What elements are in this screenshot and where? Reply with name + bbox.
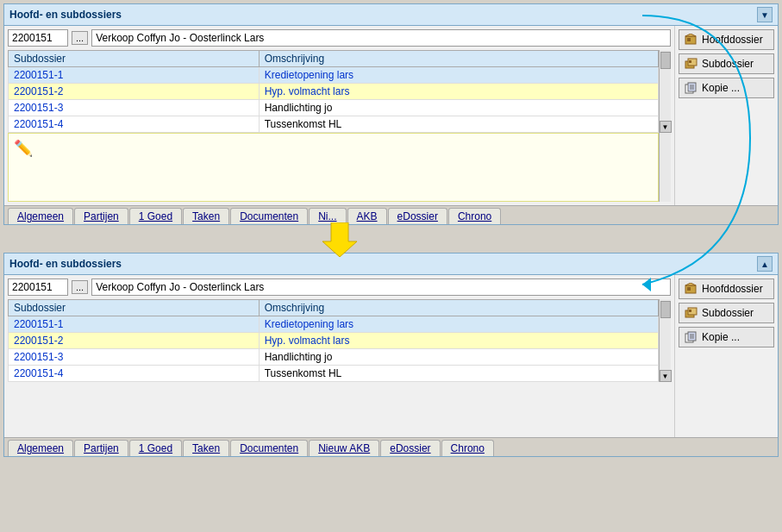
table-row[interactable]: 2200151-2Hyp. volmacht lars: [9, 84, 659, 100]
table-row[interactable]: 2200151-1Kredietopening lars: [9, 316, 659, 333]
scrollbar-thumb-2[interactable]: [660, 301, 671, 318]
tab-edossier[interactable]: eDossier: [388, 208, 447, 224]
subdossier-table-1: Subdossier Omschrijving 2200151-1Krediet…: [8, 50, 659, 133]
svg-marker-1: [685, 34, 696, 36]
panel-1-content: ... Subdossier Omschrijving: [4, 26, 778, 205]
subdossier-btn-1[interactable]: Subdossier: [679, 53, 774, 74]
note-scrollbar-1[interactable]: [659, 133, 671, 202]
down-arrow: [322, 222, 357, 260]
main-container: Hoofd- en subdossiers ▼ ...: [0, 0, 782, 462]
tab-partijen[interactable]: Partijen: [74, 440, 128, 456]
svg-rect-17: [689, 310, 691, 312]
tab-1-goed[interactable]: 1 Goed: [129, 440, 182, 456]
panel-2-right: Hoofddossier Subdossier Kopie ...: [674, 275, 778, 437]
subdossier-cell: 2200151-2: [9, 333, 260, 349]
scrollbar-down-1[interactable]: ▼: [660, 121, 672, 133]
subdossier-cell: 2200151-2: [9, 84, 260, 100]
ellipsis-btn-2[interactable]: ...: [72, 280, 88, 294]
scrollbar-down-2[interactable]: ▼: [660, 370, 672, 382]
col-subdossier-1: Subdossier: [9, 51, 260, 67]
panel-1-scrollbar[interactable]: ▼: [659, 50, 671, 133]
tab-partijen[interactable]: Partijen: [74, 208, 128, 224]
kopie-icon-1: [685, 81, 698, 95]
omschrijving-link[interactable]: Hyp. volmacht lars: [265, 85, 350, 97]
hoofddossier-label-2: Hoofddossier: [702, 283, 763, 295]
panel-2-header: Hoofd- en subdossiers ▲: [4, 253, 778, 275]
panel-2-scrollbar[interactable]: ▼: [659, 299, 671, 382]
tab-1-goed[interactable]: 1 Goed: [129, 208, 182, 224]
panel-2-title: Hoofd- en subdossiers: [9, 258, 122, 270]
kopie-label-1: Kopie ...: [702, 82, 740, 94]
subdossier-btn-2[interactable]: Subdossier: [679, 303, 774, 323]
tab-chrono[interactable]: Chrono: [448, 208, 501, 224]
col-omschrijving-2: Omschrijving: [259, 300, 658, 316]
tab-taken[interactable]: Taken: [183, 440, 229, 456]
subdossier-link[interactable]: 2200151-3: [14, 351, 63, 363]
panel-2: Hoofd- en subdossiers ▲ ...: [3, 253, 779, 457]
hoofddossier-btn-1[interactable]: Hoofddossier: [679, 29, 774, 50]
svg-rect-2: [687, 38, 691, 41]
scrollbar-thumb-1[interactable]: [660, 52, 671, 69]
kopie-btn-1[interactable]: Kopie ...: [679, 78, 774, 98]
tab-nieuw-akb[interactable]: Nieuw AKB: [309, 440, 379, 456]
table-row[interactable]: 2200151-3Handlichting jo: [9, 349, 659, 366]
hoofddossier-icon-1: [685, 33, 698, 47]
subdossier-link[interactable]: 2200151-1: [14, 69, 63, 81]
subdossier-cell: 2200151-4: [9, 116, 260, 133]
dossier-name-1[interactable]: [91, 29, 671, 47]
svg-marker-11: [322, 222, 357, 257]
table-row[interactable]: 2200151-4Tussenkomst HL: [9, 366, 659, 382]
panel-2-left: ... Subdossier Omschrijving: [4, 275, 674, 437]
panel-2-table-wrapper: Subdossier Omschrijving 2200151-1Krediet…: [8, 299, 671, 382]
tab-algemeen[interactable]: Algemeen: [8, 440, 73, 456]
omschrijving-link[interactable]: Kredietopening lars: [265, 69, 353, 81]
kopie-label-2: Kopie ...: [702, 331, 740, 343]
ellipsis-btn-1[interactable]: ...: [72, 31, 88, 45]
tab-taken[interactable]: Taken: [183, 208, 229, 224]
table-row[interactable]: 2200151-4Tussenkomst HL: [9, 116, 659, 133]
subdossier-cell: 2200151-3: [9, 100, 260, 116]
arrow-area: [3, 227, 779, 253]
subdossier-link[interactable]: 2200151-4: [14, 367, 63, 379]
omschrijving-cell: Handlichting jo: [259, 349, 658, 366]
subdossier-link[interactable]: 2200151-3: [14, 102, 63, 114]
kopie-icon-2: [685, 330, 698, 344]
panel-2-collapse-btn[interactable]: ▲: [757, 256, 773, 272]
omschrijving-cell: Kredietopening lars: [259, 67, 658, 84]
omschrijving-link[interactable]: Kredietopening lars: [265, 318, 353, 330]
subdossier-link[interactable]: 2200151-2: [14, 335, 63, 347]
table-row[interactable]: 2200151-2Hyp. volmacht lars: [9, 333, 659, 349]
subdossier-table-2: Subdossier Omschrijving 2200151-1Krediet…: [8, 299, 659, 382]
subdossier-link[interactable]: 2200151-1: [14, 318, 63, 330]
kopie-btn-2[interactable]: Kopie ...: [679, 327, 774, 347]
dossier-number-1[interactable]: [8, 29, 68, 47]
tab-documenten[interactable]: Documenten: [230, 440, 308, 456]
omschrijving-cell: Handlichting jo: [259, 100, 658, 116]
panel-2-space: [8, 382, 671, 434]
tab-documenten[interactable]: Documenten: [230, 208, 308, 224]
dossier-number-2[interactable]: [8, 279, 68, 296]
table-row[interactable]: 2200151-1Kredietopening lars: [9, 67, 659, 84]
panel-1-collapse-btn[interactable]: ▼: [757, 7, 773, 22]
panel-1-left: ... Subdossier Omschrijving: [4, 26, 674, 205]
subdossier-icon-1: [685, 57, 698, 71]
panel-1-note-wrapper: ✏️: [8, 133, 671, 202]
dossier-name-2[interactable]: [91, 279, 671, 296]
hoofddossier-btn-2[interactable]: Hoofddossier: [679, 279, 774, 299]
tabs-row-1: AlgemeenPartijen1 GoedTakenDocumentenNi.…: [4, 205, 778, 224]
omschrijving-cell: Tussenkomst HL: [259, 116, 658, 133]
omschrijving-cell: Hyp. volmacht lars: [259, 333, 658, 349]
omschrijving-cell: Hyp. volmacht lars: [259, 84, 658, 100]
tab-edossier[interactable]: eDossier: [380, 440, 440, 456]
panel-1-right: Hoofddossier Subdossier Kopie ...: [674, 26, 778, 205]
subdossier-link[interactable]: 2200151-4: [14, 118, 63, 130]
note-area-1[interactable]: ✏️: [8, 133, 659, 202]
omschrijving-link[interactable]: Hyp. volmacht lars: [265, 335, 350, 347]
panel-2-content: ... Subdossier Omschrijving: [4, 275, 778, 437]
table-row[interactable]: 2200151-3Handlichting jo: [9, 100, 659, 116]
tab-algemeen[interactable]: Algemeen: [8, 208, 73, 224]
dossier-row-2: ...: [8, 279, 671, 296]
subdossier-cell: 2200151-4: [9, 366, 260, 382]
subdossier-link[interactable]: 2200151-2: [14, 85, 63, 97]
tab-chrono[interactable]: Chrono: [441, 440, 494, 456]
